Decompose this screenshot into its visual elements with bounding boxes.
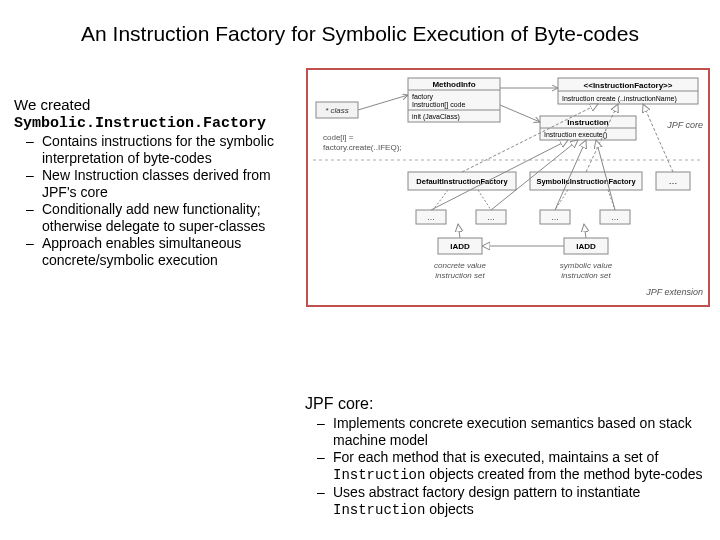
- symbolic-label-l1: symbolic value: [560, 261, 613, 270]
- svg-text:…: …: [611, 213, 619, 222]
- iadd-symbolic: IADD: [576, 242, 596, 251]
- svg-line-1: [358, 95, 408, 110]
- concrete-label-l2: instruction set: [435, 271, 485, 280]
- code-inline: Instruction: [333, 502, 425, 518]
- slide: An Instruction Factory for Symbolic Exec…: [0, 0, 720, 540]
- left-column: We created Symbolic.Instruction.Factory …: [10, 56, 296, 269]
- iadd-concrete: IADD: [450, 242, 470, 251]
- lower-bullets: Implements concrete execution semantics …: [305, 415, 705, 518]
- class-box-label: * class: [325, 106, 349, 115]
- methodinfo-line3: init (JavaClass): [412, 113, 460, 121]
- methodinfo-line1: factory: [412, 93, 434, 101]
- methodinfo-title: MethodInfo: [432, 80, 475, 89]
- svg-line-31: [478, 190, 491, 210]
- list-item: New Instruction classes derived from JPF…: [32, 167, 296, 200]
- instruction-title: Instruction: [567, 118, 608, 127]
- uml-diagram: * class MethodInfo factory Instruction[]…: [306, 68, 710, 307]
- svg-line-35: [458, 224, 460, 238]
- jpf-extension-label: JPF extension: [645, 287, 703, 297]
- jpf-core-label: JPF core: [666, 120, 703, 130]
- list-item: Implements concrete execution semantics …: [323, 415, 705, 448]
- svg-line-17: [643, 104, 673, 172]
- slide-title: An Instruction Factory for Symbolic Exec…: [0, 0, 720, 56]
- list-item: For each method that is executed, mainta…: [323, 449, 705, 483]
- code-snippet-l2: factory.create(..IFEQ);: [323, 143, 402, 152]
- svg-text:…: …: [551, 213, 559, 222]
- svg-line-30: [433, 190, 448, 210]
- list-item: Uses abstract factory design pattern to …: [323, 484, 705, 518]
- svg-line-37: [584, 224, 586, 238]
- intro-text: We created: [14, 96, 296, 114]
- code-inline: Instruction: [333, 467, 425, 483]
- ellipsis-box: …: [669, 176, 678, 186]
- class-name: Symbolic.Instruction.Factory: [14, 116, 296, 131]
- list-item: Contains instructions for the symbolic i…: [32, 133, 296, 166]
- svg-text:…: …: [487, 213, 495, 222]
- lower-title: JPF core:: [305, 395, 705, 413]
- left-bullets: Contains instructions for the symbolic i…: [14, 133, 296, 268]
- instruction-factory-title: <<InstructionFactory>>: [584, 81, 673, 90]
- diagram-frame: * class MethodInfo factory Instruction[]…: [306, 68, 710, 307]
- list-item: Conditionally add new functionality; oth…: [32, 201, 296, 234]
- methodinfo-line2: Instruction[] code: [412, 101, 465, 109]
- concrete-label-l1: concrete value: [434, 261, 487, 270]
- symbolic-factory-label: SymbolicInstructionFactory: [536, 177, 636, 186]
- body-row: We created Symbolic.Instruction.Factory …: [0, 56, 720, 307]
- svg-line-10: [500, 105, 540, 122]
- list-item: Approach enables simultaneous concrete/s…: [32, 235, 296, 268]
- symbolic-label-l2: instruction set: [561, 271, 611, 280]
- code-snippet-l1: code[i] =: [323, 133, 354, 142]
- default-factory-label: DefaultInstructionFactory: [416, 177, 508, 186]
- instruction-line1: Instruction execute(): [544, 131, 607, 139]
- instruction-factory-line1: Instruction create (..instructionName): [562, 95, 677, 103]
- svg-line-32: [555, 190, 568, 210]
- svg-text:…: …: [427, 213, 435, 222]
- lower-block: JPF core: Implements concrete execution …: [305, 395, 705, 519]
